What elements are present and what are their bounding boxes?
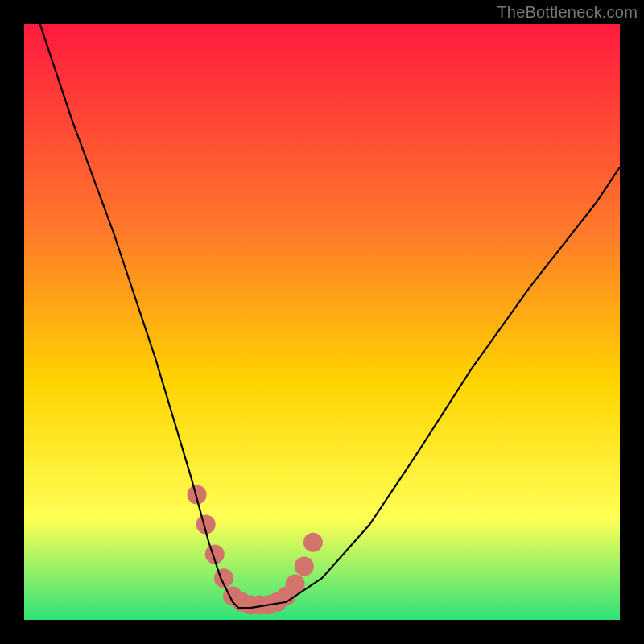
plot-svg — [0, 0, 644, 644]
chart-stage: TheBottleneck.com — [0, 0, 644, 644]
marker-dot — [295, 556, 314, 576]
plot-background — [24, 24, 620, 620]
marker-dot — [303, 533, 323, 552]
watermark-text: TheBottleneck.com — [497, 3, 638, 22]
